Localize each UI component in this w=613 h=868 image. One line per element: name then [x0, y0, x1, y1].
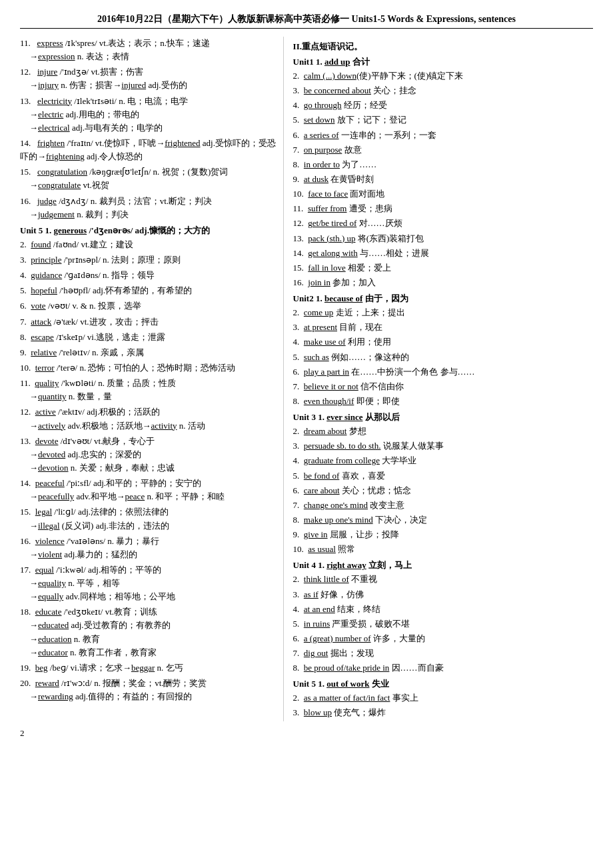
entry-12: 12. injure /'ɪndʒə/ vt.损害；伤害 →injury n. …	[20, 65, 277, 92]
entry-15: 15. congratulation /kəŋɡrætʃʊ'leɪʃn/ n. …	[20, 165, 277, 192]
u5-13: 13. devote /dɪ'vəʊt/ vt.献身，专心于 →devoted …	[20, 435, 277, 475]
page-title: 2016年10月22日（星期六下午）人教版新课标高中英语必修一 Units1-5…	[20, 13, 593, 29]
unit5-title: Unit 5 1. generous /'dʒenərəs/ adj.慷慨的；大…	[20, 225, 277, 237]
u2-7: 7. believe it or not 信不信由你	[293, 380, 593, 393]
u5-6: 6. vote /vəʊt/ v. & n. 投票，选举	[20, 299, 277, 313]
u3-7: 7. change one's mind 改变主意	[293, 499, 593, 512]
right-column: II.重点短语识记。 Unit1 1. add up 合计 2. calm (.…	[284, 37, 593, 721]
u4-2: 2. think little of 不重视	[293, 573, 593, 586]
u5-9: 9. relative /'relətɪv/ n. 亲戚，亲属	[20, 346, 277, 359]
entry-15-phonetic: /kəŋɡrætʃʊ'leɪʃn/	[89, 167, 153, 177]
u3-5: 5. be fond of 喜欢，喜爱	[293, 469, 593, 483]
u2-5: 5. such as 例如……；像这种的	[293, 351, 593, 364]
u4-6: 6. a (great) number of 许多，大量的	[293, 632, 593, 645]
page-number: 2	[20, 728, 593, 739]
left-column: 11. express /ɪk'spres/ vt.表达；表示；n.快车；速递 …	[20, 37, 284, 721]
entry-16-word: judge	[37, 196, 57, 206]
u5-right-2: 2. as a matter of fact/in fact 事实上	[293, 691, 593, 705]
u5-19: 19. beg /beɡ/ vi.请求；乞求→beggar n. 乞丐	[20, 661, 277, 675]
u4-8: 8. be proud of/take pride in 因……而自豪	[293, 661, 593, 675]
u1-6: 6. a series of 一连串的；一系列；一套	[293, 129, 593, 142]
entry-13-num: 13.	[20, 96, 35, 106]
u1-16: 16. join in 参加；加入	[293, 276, 593, 289]
u2-4: 4. make use of 利用；使用	[293, 335, 593, 349]
entry-16-def: n. 裁判员；法官；vt.断定；判决	[91, 196, 212, 206]
u5-right-3: 3. blow up 使充气；爆炸	[293, 706, 593, 719]
entry-16-phonetic: /dʒʌdʒ/	[59, 196, 90, 206]
u3-2: 2. dream about 梦想	[293, 425, 593, 438]
unit5-right-label: Unit 5 1. out of work 失业	[293, 678, 593, 690]
u1-7: 7. on purpose 故意	[293, 143, 593, 157]
entry-11-phonetic: /ɪk'spres/	[65, 38, 99, 48]
entry-13-sub1: →electric adj.用电的；带电的	[20, 108, 277, 121]
u3-10: 10. as usual 照常	[293, 543, 593, 556]
entry-13-word: electricity	[37, 96, 72, 106]
u1-5: 5. set down 放下；记下；登记	[293, 113, 593, 127]
u1-10: 10. face to face 面对面地	[293, 187, 593, 201]
unit3-label: Unit 3 1. ever since 从那以后	[293, 411, 593, 423]
u5-12: 12. active /'æktɪv/ adj.积极的；活跃的 →activel…	[20, 405, 277, 432]
u1-12: 12. get/be tired of 对……厌烦	[293, 217, 593, 230]
u2-3: 3. at present 目前，现在	[293, 321, 593, 334]
entry-13-phonetic: /ɪlek'trɪsəti/	[74, 96, 119, 106]
entry-16-num: 16.	[20, 196, 35, 206]
entry-13-sub2: →electrical adj.与电有关的；电学的	[20, 121, 277, 135]
u2-6: 6. play a part in 在……中扮演一个角色 参与……	[293, 365, 593, 379]
u2-8: 8. even though/if 即便；即使	[293, 395, 593, 408]
u5-20: 20. reward /rɪ'wɔːd/ n. 报酬；奖金；vt.酬劳；奖赏 →…	[20, 677, 277, 703]
entry-12-word: injure	[37, 67, 57, 77]
entry-15-num: 15.	[20, 167, 35, 177]
entry-12-def: vt.损害；伤害	[91, 67, 143, 77]
right-section-title: II.重点短语识记。	[293, 41, 593, 53]
u5-4: 4. guidance /'ɡaɪdəns/ n. 指导；领导	[20, 269, 277, 282]
entry-11-word: express	[37, 38, 63, 48]
u5-14: 14. peaceful /'piːsfl/ adj.和平的；平静的；安宁的 →…	[20, 477, 277, 503]
entry-12-num: 12.	[20, 67, 35, 77]
entry-14-phonetic: /'fraɪtn/	[67, 138, 95, 148]
entry-16-sub1: →judgement n. 裁判；判决	[20, 208, 277, 221]
u1-4: 4. go through 经历；经受	[293, 99, 593, 112]
entry-15-word: congratulation	[37, 167, 87, 177]
u5-15: 15. legal /'liːɡl/ adj.法律的；依照法律的 →illega…	[20, 505, 277, 532]
u5-17: 17. equal /'iːkwəl/ adj.相等的；平等的 →equalit…	[20, 563, 277, 603]
u1-9: 9. at dusk 在黄昏时刻	[293, 173, 593, 186]
u1-2: 2. calm (...) down(使)平静下来；(使)镇定下来	[293, 69, 593, 83]
u3-6: 6. care about 关心；忧虑；惦念	[293, 484, 593, 497]
entry-16: 16. judge /dʒʌdʒ/ n. 裁判员；法官；vt.断定；判决 →ju…	[20, 195, 277, 221]
u3-3: 3. persuade sb. to do sth. 说服某人做某事	[293, 439, 593, 453]
u5-18: 18. educate /'edʒʊkeɪt/ vt.教育；训练 →educat…	[20, 605, 277, 659]
unit2-label: Unit2 1. because of 由于，因为	[293, 293, 593, 305]
u5-8: 8. escape /ɪ'skeɪp/ vi.逃脱，逃走；泄露	[20, 331, 277, 344]
u5-11: 11. quality /'kwɒləti/ n. 质量；品质；性质 →quan…	[20, 377, 277, 403]
entry-15-sub1: →congratulate vt.祝贺	[20, 179, 277, 192]
u5-2: 2. found /faʊnd/ vt.建立；建设	[20, 238, 277, 251]
u2-2: 2. come up 走近；上来；提出	[293, 306, 593, 319]
entry-11-num: 11.	[20, 38, 35, 48]
entry-11-def: vt.表达；表示；n.快车；速递	[99, 38, 210, 48]
u1-14: 14. get along with 与……相处；进展	[293, 247, 593, 260]
entry-15-def: n. 祝贺；(复数)贺词	[153, 167, 229, 177]
entry-11-sub1: →expression n. 表达；表情	[20, 50, 277, 63]
u3-4: 4. graduate from college 大学毕业	[293, 454, 593, 467]
entry-13-def: n. 电；电流；电学	[119, 96, 188, 106]
u5-7: 7. attack /ə'tæk/ vt.进攻，攻击；抨击	[20, 315, 277, 329]
u1-3: 3. be concerned about 关心；挂念	[293, 84, 593, 97]
u5-16: 16. violence /'vaɪələns/ n. 暴力；暴行 →viole…	[20, 535, 277, 561]
entry-14-word: frighten	[37, 138, 65, 148]
entry-14: 14. frighten /'fraɪtn/ vt.使惊吓，吓唬→frighte…	[20, 137, 277, 163]
u1-8: 8. in order to 为了……	[293, 158, 593, 171]
u4-4: 4. at an end 结束，终结	[293, 603, 593, 616]
u5-3: 3. principle /'prɪnsəpl/ n. 法则；原理；原则	[20, 253, 277, 267]
entry-12-phonetic: /'ɪndʒə/	[60, 67, 91, 77]
u1-13: 13. pack (sth.) up 将(东西)装箱打包	[293, 232, 593, 245]
u1-15: 15. fall in love 相爱；爱上	[293, 261, 593, 275]
unit1-label: Unit1 1. add up 合计	[293, 56, 593, 68]
entry-13: 13. electricity /ɪlek'trɪsəti/ n. 电；电流；电…	[20, 95, 277, 135]
entry-11: 11. express /ɪk'spres/ vt.表达；表示；n.快车；速递 …	[20, 37, 277, 63]
u5-5: 5. hopeful /'həʊpfl/ adj.怀有希望的，有希望的	[20, 284, 277, 297]
unit4-label: Unit 4 1. right away 立刻，马上	[293, 559, 593, 571]
u4-3: 3. as if 好像，仿佛	[293, 588, 593, 601]
u1-11: 11. suffer from 遭受；患病	[293, 202, 593, 215]
u3-9: 9. give in 屈服，让步；投降	[293, 528, 593, 541]
entry-14-num: 14.	[20, 138, 35, 148]
